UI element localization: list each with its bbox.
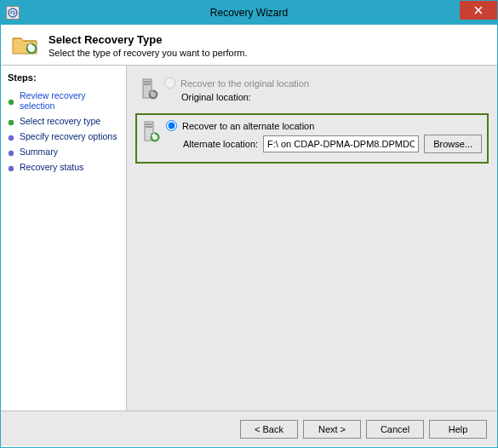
step-label: Specify recovery options xyxy=(20,131,117,141)
svg-rect-12 xyxy=(146,123,152,125)
close-button[interactable] xyxy=(460,1,497,20)
option-original: Recover to the original location Origina… xyxy=(135,74,489,108)
option-alternate: Recover to an alternate location Alterna… xyxy=(135,113,489,164)
svg-point-5 xyxy=(9,151,14,156)
window-title: Recovery Wizard xyxy=(1,7,497,19)
svg-point-4 xyxy=(9,135,14,141)
step-label: Recovery status xyxy=(20,162,83,172)
radio-original-location: Recover to the original location xyxy=(164,78,484,89)
page-subtitle: Select the type of recovery you want to … xyxy=(49,48,248,58)
svg-point-3 xyxy=(9,120,14,125)
step-pending-icon xyxy=(8,148,14,155)
page-title: Select Recovery Type xyxy=(49,33,248,46)
radio-alternate-label: Recover to an alternate location xyxy=(182,121,314,131)
step-done-icon xyxy=(8,97,14,104)
browse-button[interactable]: Browse... xyxy=(424,135,482,153)
svg-point-2 xyxy=(9,100,14,105)
step-pending-icon xyxy=(8,164,14,170)
steps-pane: Steps: Review recovery selectionSelect r… xyxy=(1,66,127,411)
step-pending-icon xyxy=(8,133,14,140)
close-icon xyxy=(474,6,483,14)
titlebar: Recovery Wizard xyxy=(1,1,497,25)
back-button[interactable]: < Back xyxy=(240,420,298,439)
step-label: Select recovery type xyxy=(20,116,100,126)
radio-alternate-location[interactable]: Recover to an alternate location xyxy=(166,120,482,131)
cancel-button[interactable]: Cancel xyxy=(366,420,424,439)
content-pane: Recover to the original location Origina… xyxy=(127,66,497,411)
steps-title: Steps: xyxy=(8,72,123,83)
step-label: Summary xyxy=(20,146,58,157)
svg-rect-8 xyxy=(144,81,151,83)
step-item[interactable]: Recovery status xyxy=(8,159,123,175)
step-item[interactable]: Specify recovery options xyxy=(8,129,123,144)
svg-rect-13 xyxy=(146,126,152,128)
step-item[interactable]: Summary xyxy=(8,144,123,159)
wizard-header: Select Recovery Type Select the type of … xyxy=(1,25,497,65)
svg-point-6 xyxy=(9,166,14,171)
help-button[interactable]: Help xyxy=(429,420,487,439)
radio-original-input xyxy=(164,78,175,89)
alternate-location-input[interactable] xyxy=(263,135,419,152)
folder-recovery-icon xyxy=(11,33,40,57)
step-label: Review recovery selection xyxy=(20,90,123,111)
server-original-icon xyxy=(140,78,159,105)
step-item[interactable]: Review recovery selection xyxy=(8,88,123,113)
alternate-location-label: Alternate location: xyxy=(183,139,258,149)
next-button[interactable]: Next > xyxy=(303,420,361,439)
radio-alternate-input[interactable] xyxy=(166,120,177,131)
radio-original-label: Recover to the original location xyxy=(180,78,309,89)
original-location-label: Original location: xyxy=(181,92,251,102)
server-alternate-icon xyxy=(142,120,161,151)
svg-rect-9 xyxy=(144,83,151,85)
step-item[interactable]: Select recovery type xyxy=(8,113,123,129)
step-done-icon xyxy=(8,118,14,124)
wizard-footer: < Back Next > Cancel Help xyxy=(1,411,497,446)
